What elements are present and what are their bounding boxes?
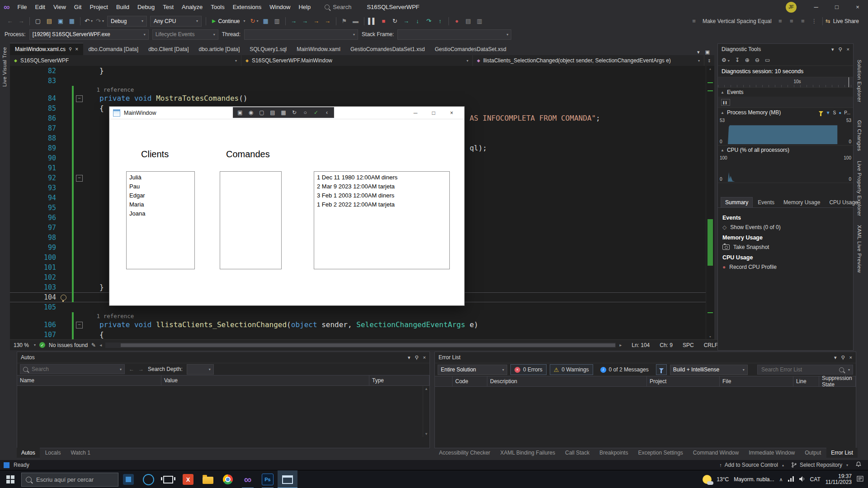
- pin-icon[interactable]: ⚲: [69, 47, 72, 52]
- fold-collapse-icon[interactable]: –: [76, 95, 83, 102]
- snapshots-toggle-icon[interactable]: ▼: [826, 110, 830, 115]
- side-tab-solution-explorer[interactable]: Solution Explorer: [857, 60, 862, 102]
- lifecycle-events-button[interactable]: Lifecycle Events▾: [152, 29, 218, 40]
- align-lefts-icon[interactable]: ≡: [775, 16, 786, 27]
- reset-view-icon[interactable]: ▭: [765, 57, 770, 63]
- goto-definition-icon[interactable]: →: [311, 16, 322, 27]
- wpf-mainwindow[interactable]: MainWindow ─ □ × ▣◉▢▤▦↻○✓‹ Clients Coman…: [109, 106, 465, 306]
- side-tab-git-changes[interactable]: Git Changes: [857, 120, 862, 151]
- code-line-107[interactable]: 107 {: [10, 330, 714, 339]
- side-tab-xaml-live-preview[interactable]: XAML Live Preview: [857, 225, 862, 273]
- panel-tab-autos[interactable]: Autos: [17, 448, 40, 458]
- autos-column-name[interactable]: Name: [17, 375, 161, 385]
- weather-description[interactable]: Mayorm. nubla...: [734, 476, 774, 483]
- accessibility-checker-icon[interactable]: ○: [300, 109, 310, 116]
- codelens-row[interactable]: 1 reference: [10, 86, 714, 94]
- expand-navigation-icon[interactable]: ⇕: [704, 55, 714, 66]
- quick-actions-lightbulb-icon[interactable]: [61, 295, 66, 300]
- codelens-row[interactable]: 1 reference: [10, 312, 714, 320]
- warnings-filter-toggle[interactable]: ⚠ 0 Warnings: [550, 364, 593, 375]
- fold-collapse-icon[interactable]: –: [76, 175, 83, 182]
- collapse-overlay-icon[interactable]: ‹: [322, 109, 332, 116]
- menu-project[interactable]: Project: [85, 0, 112, 14]
- search-back-icon[interactable]: ←: [129, 366, 134, 372]
- hot-reload-icon[interactable]: ↻▾: [249, 16, 260, 27]
- volume-icon[interactable]: [799, 475, 805, 483]
- menu-test[interactable]: Test: [159, 0, 178, 14]
- error-list-body[interactable]: [435, 387, 856, 437]
- scroll-right-icon[interactable]: ▸: [619, 343, 622, 347]
- save-all-icon[interactable]: ▦: [66, 16, 77, 27]
- edit-mode-icon[interactable]: ✎: [91, 342, 96, 348]
- window-position-icon[interactable]: ▾: [831, 47, 834, 52]
- spaces-indicator[interactable]: SPC: [683, 342, 694, 348]
- align-centers-icon[interactable]: ≡: [786, 16, 797, 27]
- platform-select[interactable]: Any CPU▾: [150, 16, 202, 27]
- pin-icon[interactable]: ⚲: [839, 47, 842, 52]
- debug-config-select[interactable]: Debug▾: [107, 16, 147, 27]
- autos-grid-body[interactable]: ▲▼: [17, 386, 429, 437]
- errorlist-column-description[interactable]: Description: [487, 376, 647, 386]
- scroll-left-icon[interactable]: ◂: [99, 343, 102, 347]
- diagnostics-icon[interactable]: ▥: [272, 16, 283, 27]
- errorlist-column-line[interactable]: Line: [793, 376, 819, 386]
- editor-horizontal-scrollbar[interactable]: [105, 343, 616, 348]
- comandes-listbox[interactable]: [220, 171, 282, 269]
- taskbar-app-photoshop[interactable]: Ps: [258, 470, 278, 488]
- comment-icon[interactable]: ▬: [350, 16, 361, 27]
- search-depth-select[interactable]: ▾: [187, 364, 214, 375]
- taskbar-app-visual-studio[interactable]: ∞: [238, 470, 258, 488]
- error-scope-select[interactable]: Entire Solution▾: [438, 365, 507, 375]
- language-indicator[interactable]: CAT: [810, 476, 821, 483]
- start-button[interactable]: [0, 470, 21, 488]
- client-item[interactable]: Joana: [127, 209, 194, 218]
- comanda-item[interactable]: 1 Feb 2 2022 12:00AM tarjeta: [314, 200, 449, 209]
- bookmark-icon[interactable]: ⚑: [339, 16, 350, 27]
- search-forward-icon[interactable]: →: [138, 366, 144, 372]
- taskbar-app-mainwindow[interactable]: [278, 470, 297, 488]
- screenshot-icon[interactable]: ◉: [246, 109, 256, 116]
- doc-tab-sqlquery1-sql[interactable]: SQLQuery1.sql: [245, 43, 292, 55]
- diag-tab-summary[interactable]: Summary: [721, 197, 753, 207]
- zoom-select[interactable]: 130 %: [14, 342, 29, 348]
- autos-search-input[interactable]: ▾: [20, 364, 125, 374]
- new-file-icon[interactable]: ▢: [33, 16, 43, 27]
- add-to-source-control-button[interactable]: ↑ Add to Source Control ▴: [719, 462, 784, 468]
- autos-scrollbar[interactable]: ▲▼: [423, 386, 429, 437]
- thread-select[interactable]: ▾: [244, 29, 358, 40]
- close-panel-icon[interactable]: ×: [849, 355, 852, 360]
- record-cpu-profile-link[interactable]: ● Record CPU Profile: [722, 264, 849, 270]
- wpf-minimize-button[interactable]: ─: [406, 107, 425, 119]
- xaml-hot-reload-ok-icon[interactable]: ✓: [311, 109, 321, 116]
- pin-icon[interactable]: ⚲: [841, 355, 845, 361]
- nav-back-icon[interactable]: ←: [5, 16, 15, 27]
- menu-git[interactable]: Git: [70, 0, 86, 14]
- close-panel-icon[interactable]: ×: [423, 355, 426, 360]
- continue-button[interactable]: ▶Continue▾: [209, 16, 249, 27]
- feedback-icon[interactable]: [4, 462, 9, 468]
- menu-help[interactable]: Help: [294, 0, 315, 14]
- align-tops-icon[interactable]: ≡: [689, 16, 699, 27]
- show-next-statement-icon[interactable]: →: [401, 16, 412, 27]
- panel-tab-accessibility-checker[interactable]: Accessibility Checker: [434, 448, 495, 458]
- doc-tab-gestiocomandesdataset-xsd[interactable]: GestioComandesDataSet.xsd: [430, 43, 511, 55]
- errorlist-column-project[interactable]: Project: [647, 376, 720, 386]
- taskbar-app-orange-x[interactable]: X: [178, 470, 198, 488]
- memory-section-header[interactable]: ▲Process Memory (MB) ▼ S ● P...: [718, 108, 853, 117]
- clients-listbox[interactable]: JuliàPauEdgarMariaJoana: [126, 171, 195, 269]
- breadcrumb-seg-1[interactable]: ◆S16SQLServerWPF.MainWindow▾: [241, 55, 473, 66]
- panel-tab-xaml-binding-failures[interactable]: XAML Binding Failures: [495, 448, 560, 458]
- user-avatar[interactable]: JF: [786, 2, 797, 13]
- build-intellisense-select[interactable]: Build + IntelliSense▾: [670, 365, 748, 375]
- taskbar-search-input[interactable]: [21, 473, 118, 487]
- client-item[interactable]: Julià: [127, 173, 194, 182]
- cpu-section-header[interactable]: ▲CPU (% of all processors): [718, 145, 853, 155]
- redo-icon[interactable]: ↷▾: [94, 16, 105, 27]
- restore-button[interactable]: □: [826, 0, 847, 14]
- inspect-element-icon[interactable]: ▢: [257, 109, 267, 116]
- comanda-item[interactable]: 3 Feb 1 2003 12:00AM diners: [314, 191, 449, 200]
- doc-tab-mainwindow-xaml[interactable]: MainWindow.xaml: [292, 43, 345, 55]
- autos-column-value[interactable]: Value: [161, 375, 369, 385]
- client-item[interactable]: Pau: [127, 182, 194, 191]
- window-position-icon[interactable]: ▾: [408, 355, 410, 361]
